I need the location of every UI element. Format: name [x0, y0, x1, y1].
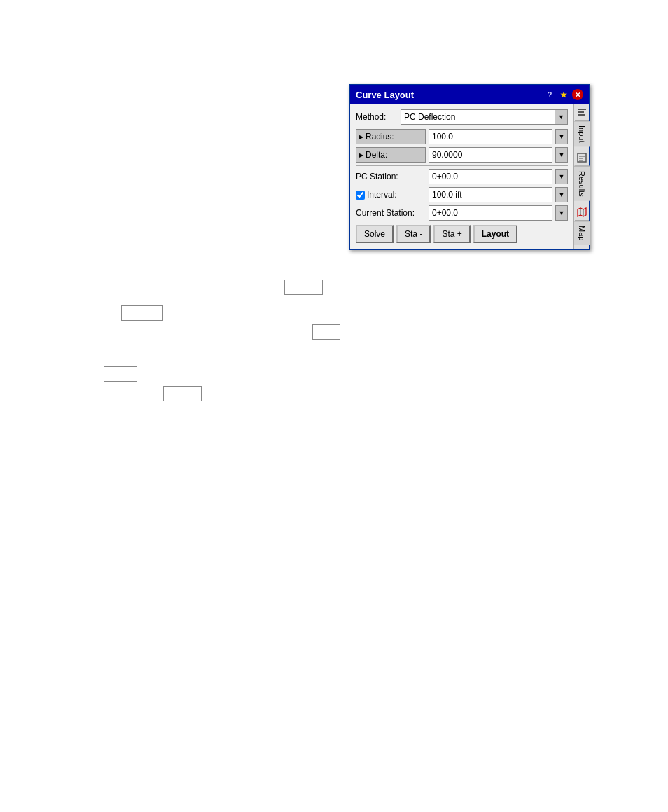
sidebar-input-icon[interactable]: [575, 104, 589, 121]
sidebar-results-label: Results: [578, 171, 586, 197]
dialog-titlebar: Curve Layout ? ★ ✕: [350, 85, 589, 104]
buttons-row: Solve Sta - Sta + Layout: [356, 225, 568, 243]
method-row: Method: PC Deflection ▼: [356, 109, 568, 125]
current-station-input[interactable]: 0+00.0: [429, 205, 552, 221]
delta-label[interactable]: ▶ Delta:: [356, 147, 426, 163]
radius-label[interactable]: ▶ Radius:: [356, 129, 426, 144]
bg-rect-2: [121, 305, 163, 321]
sidebar-input-label: Input: [578, 125, 586, 142]
dialog-main: Method: PC Deflection ▼ ▶ Radius: 100.0 …: [350, 104, 573, 249]
current-station-label: Current Station:: [356, 208, 426, 218]
svg-rect-2: [578, 114, 585, 116]
pc-station-dropdown-btn[interactable]: ▼: [555, 169, 568, 184]
sidebar-tab-map[interactable]: Map: [574, 221, 590, 245]
layout-button[interactable]: Layout: [473, 225, 517, 243]
bg-rect-4: [104, 366, 137, 382]
dialog-sidebar: Input Results: [573, 104, 589, 249]
delta-label-text: Delta:: [366, 150, 387, 160]
delta-arrow: ▶: [359, 152, 363, 158]
method-select-wrapper: PC Deflection ▼: [401, 109, 568, 125]
bg-rect-5: [163, 386, 202, 401]
svg-marker-7: [578, 208, 586, 216]
interval-input[interactable]: 100.0 ift: [429, 187, 552, 202]
sidebar-results-icon[interactable]: [575, 149, 589, 166]
dialog-body: Method: PC Deflection ▼ ▶ Radius: 100.0 …: [350, 104, 589, 249]
divider-1: [356, 165, 568, 166]
dialog-title: Curve Layout: [356, 90, 544, 100]
sidebar-tab-results[interactable]: Results: [574, 166, 590, 201]
interval-label: Interval:: [356, 190, 426, 200]
titlebar-icons: ? ★ ✕: [544, 89, 583, 100]
svg-rect-6: [579, 160, 583, 161]
sidebar-tab-input[interactable]: Input: [574, 121, 590, 146]
sidebar-map-icon[interactable]: [575, 204, 589, 221]
sidebar-map-label: Map: [578, 226, 586, 240]
bg-rect-3: [312, 324, 340, 340]
radius-input[interactable]: 100.0: [429, 129, 552, 144]
delta-input[interactable]: 90.0000: [429, 147, 552, 163]
interval-dropdown-btn[interactable]: ▼: [555, 187, 568, 202]
sta-plus-button[interactable]: Sta +: [433, 225, 470, 243]
delta-dropdown-btn[interactable]: ▼: [555, 147, 568, 163]
current-station-row: Current Station: 0+00.0 ▼: [356, 205, 568, 221]
interval-row: Interval: 100.0 ift ▼: [356, 187, 568, 202]
delta-row: ▶ Delta: 90.0000 ▼: [356, 147, 568, 163]
radius-row: ▶ Radius: 100.0 ▼: [356, 129, 568, 144]
pc-station-row: PC Station: 0+00.0 ▼: [356, 169, 568, 184]
pc-station-input[interactable]: 0+00.0: [429, 169, 552, 184]
svg-rect-1: [578, 111, 584, 113]
radius-arrow: ▶: [359, 134, 363, 140]
curve-layout-dialog: Curve Layout ? ★ ✕ Method: PC Deflection…: [349, 84, 590, 250]
pc-station-label: PC Station:: [356, 172, 426, 181]
radius-label-text: Radius:: [366, 132, 394, 142]
svg-rect-4: [579, 156, 585, 157]
svg-rect-5: [579, 158, 583, 159]
solve-button[interactable]: Solve: [356, 225, 394, 243]
svg-rect-0: [578, 109, 586, 110]
star-icon[interactable]: ★: [558, 89, 569, 100]
help-icon[interactable]: ?: [544, 89, 555, 100]
method-label: Method:: [356, 112, 398, 122]
sta-minus-button[interactable]: Sta -: [396, 225, 431, 243]
interval-checkbox[interactable]: [356, 191, 365, 200]
bg-rect-1: [284, 280, 323, 295]
method-input[interactable]: PC Deflection: [401, 109, 555, 125]
close-icon[interactable]: ✕: [572, 89, 583, 100]
current-station-dropdown-btn[interactable]: ▼: [555, 205, 568, 221]
interval-label-text: Interval:: [367, 190, 397, 200]
method-dropdown-btn[interactable]: ▼: [555, 109, 568, 125]
radius-dropdown-btn[interactable]: ▼: [555, 129, 568, 144]
